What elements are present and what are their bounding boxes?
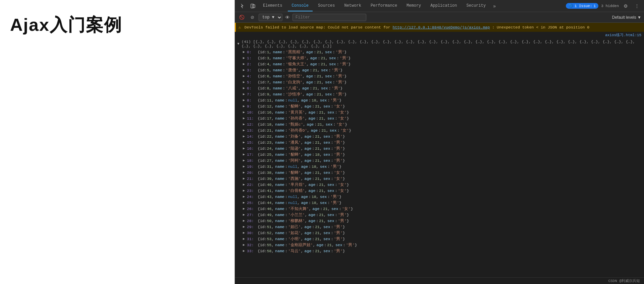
warning-url[interactable]: http://127.0.0.1:8848/vueDemo/js/axios.m…	[393, 25, 490, 29]
tab-sources[interactable]: Sources	[314, 1, 339, 11]
table-row[interactable]: ▶ 16: {id: 24, name: '陆逊', age: 21, sex:…	[235, 145, 644, 151]
context-selector[interactable]: top ▼	[259, 14, 282, 21]
left-panel: Ajax入门案例	[0, 0, 235, 284]
row-index: 15:	[247, 140, 256, 145]
devtools-panel: Elements Console Sources Network Perform…	[235, 0, 644, 284]
row-expand-arrow: ▶	[243, 140, 245, 144]
row-expand-arrow: ▶	[243, 116, 245, 120]
issues-badge[interactable]: 🔵 1 Issue: 1	[566, 3, 598, 9]
table-row[interactable]: ▶ 18: {id: 27, name: '阿柯', age: 21, sex:…	[235, 157, 644, 163]
row-index: 6:	[247, 86, 256, 90]
tab-application[interactable]: Application	[426, 1, 461, 11]
row-expand-arrow: ▶	[243, 104, 245, 108]
table-row[interactable]: ▶ 14: {id: 22, name: '刘备', age: 21, sex:…	[235, 133, 644, 139]
warning-text1: DevTools failed to load source map: Coul…	[245, 25, 393, 29]
row-index: 28:	[247, 219, 256, 223]
console-output[interactable]: ▶ (41) [{…}, {…}, {…}, {…}, {…}, {…}, {……	[235, 38, 644, 277]
table-row[interactable]: ▶ 5: {id: 7, name: '白龙驹', age: 21, sex: …	[235, 79, 644, 85]
row-expand-arrow: ▶	[243, 152, 245, 156]
table-row[interactable]: ▶ 13: {id: 21, name: '孙尚香D', age: 21, se…	[235, 127, 644, 133]
array-summary-text: (41) [{…}, {…}, {…}, {…}, {…}, {…}, {…},…	[241, 40, 641, 48]
table-row[interactable]: ▶ 30: {id: 52, name: '如花', age: 21, sex:…	[235, 230, 644, 236]
table-row[interactable]: ▶ 23: {id: 41, name: '白骨精', age: 21, sex…	[235, 188, 644, 194]
table-row[interactable]: ▶ 17: {id: 25, name: '貂蝉', age: 18, sex:…	[235, 151, 644, 157]
inspect-icon[interactable]	[237, 2, 247, 10]
table-row[interactable]: ▶ 21: {id: 39, name: '西施', age: 21, sex:…	[235, 175, 644, 182]
row-expand-arrow: ▶	[243, 195, 245, 199]
table-row[interactable]: ▶ 24: {id: 43, name: null, age: 18, sex:…	[235, 194, 644, 200]
settings-icon[interactable]: ⚙	[622, 2, 630, 10]
tab-network[interactable]: Network	[340, 1, 365, 11]
more-tabs-button[interactable]: »	[491, 2, 498, 10]
row-index: 5:	[247, 80, 256, 84]
row-expand-arrow: ▶	[243, 201, 245, 205]
row-expand-arrow: ▶	[243, 231, 245, 235]
tab-performance[interactable]: Performance	[367, 1, 401, 11]
table-row[interactable]: ▶ 8: {id: 11, name: null, age: 18, sex: …	[235, 97, 644, 103]
row-index: 31:	[247, 237, 256, 241]
table-row[interactable]: ▶ 32: {id: 55, name: '金刚葫芦娃', age: 21, s…	[235, 242, 644, 248]
table-row[interactable]: ▶ 6: {id: 8, name: '八戒', age: 21, sex: '…	[235, 85, 644, 91]
console-ban-icon[interactable]: ⊘	[249, 14, 256, 20]
row-index: 32:	[247, 243, 256, 247]
table-row[interactable]: ▶ 1: {id: 3, name: '守蕃大师', age: 21, sex:…	[235, 55, 644, 61]
table-row[interactable]: ▶ 25: {id: 44, name: null, age: 18, sex:…	[235, 200, 644, 206]
table-row[interactable]: ▶ 19: {id: 31, name: null, age: 18, sex:…	[235, 163, 644, 169]
table-row[interactable]: ▶ 4: {id: 6, name: '孙悟空', age: 21, sex: …	[235, 73, 644, 79]
filter-input[interactable]	[292, 14, 366, 21]
row-expand-arrow: ▶	[243, 158, 245, 162]
row-expand-arrow: ▶	[243, 237, 245, 241]
table-row[interactable]: ▶ 27: {id: 49, name: '小兰兰', age: 21, sex…	[235, 212, 644, 218]
table-row[interactable]: ▶ 7: {id: 9, name: '沙悟净', age: 21, sex: …	[235, 91, 644, 97]
table-row[interactable]: ▶ 11: {id: 17, name: '孙尚香', age: 21, sex…	[235, 115, 644, 121]
row-index: 17:	[247, 152, 256, 157]
table-row[interactable]: ▶ 28: {id: 50, name: '柳鹏林', age: 21, sex…	[235, 218, 644, 224]
row-expand-arrow: ▶	[243, 170, 245, 174]
tab-memory[interactable]: Memory	[402, 1, 425, 11]
table-row[interactable]: ▶ 33: {id: 58, name: '马云', age: 21, sex:…	[235, 248, 644, 254]
source-link[interactable]: axios练习.html:15	[235, 32, 644, 38]
issues-label: 1 Issue:	[575, 4, 592, 8]
table-row[interactable]: ▶ 12: {id: 18, name: '甄姬c', age: 21, sex…	[235, 121, 644, 127]
row-index: 11:	[247, 116, 256, 121]
row-expand-arrow: ▶	[243, 164, 245, 168]
tab-console[interactable]: Console	[288, 1, 313, 11]
table-row[interactable]: ▶ 29: {id: 51, name: '妲己', age: 21, sex:…	[235, 224, 644, 230]
row-index: 8:	[247, 98, 256, 102]
row-index: 22:	[247, 183, 256, 187]
tab-security[interactable]: Security	[463, 1, 490, 11]
row-index: 0:	[247, 50, 256, 54]
row-index: 29:	[247, 225, 256, 229]
array-summary-row[interactable]: ▶ (41) [{…}, {…}, {…}, {…}, {…}, {…}, {……	[235, 39, 644, 49]
row-expand-arrow: ▶	[243, 243, 245, 247]
row-index: 30:	[247, 231, 256, 235]
row-expand-arrow: ▶	[243, 134, 245, 138]
warning-icon: ⚠	[238, 25, 241, 29]
default-levels-button[interactable]: Default levels ▼	[612, 15, 641, 20]
row-expand-arrow: ▶	[243, 225, 245, 229]
table-row[interactable]: ▶ 20: {id: 38, name: '貂蝉', age: 21, sex:…	[235, 169, 644, 175]
table-row[interactable]: ▶ 26: {id: 46, name: '不知火舞', age: 21, se…	[235, 206, 644, 212]
table-row[interactable]: ▶ 31: {id: 53, name: '小明', age: 21, sex:…	[235, 236, 644, 242]
row-expand-arrow: ▶	[243, 176, 245, 181]
row-expand-arrow: ▶	[243, 68, 245, 72]
device-icon[interactable]	[248, 2, 258, 10]
more-options-icon[interactable]: ⋮	[633, 2, 641, 10]
row-index: 23:	[247, 189, 256, 193]
row-index: 18:	[247, 158, 256, 163]
row-index: 27:	[247, 213, 256, 217]
tab-elements[interactable]: Elements	[259, 1, 286, 11]
row-index: 2:	[247, 62, 256, 66]
row-index: 7:	[247, 92, 256, 96]
row-expand-arrow: ▶	[243, 249, 245, 253]
eye-icon[interactable]: 👁	[285, 15, 290, 20]
table-row[interactable]: ▶ 0: {id: 1, name: '黑熊精', age: 21, sex: …	[235, 49, 644, 55]
table-row[interactable]: ▶ 15: {id: 23, name: '潘凤', age: 21, sex:…	[235, 139, 644, 145]
table-row[interactable]: ▶ 9: {id: 12, name: '貂蝉', age: 21, sex: …	[235, 103, 644, 109]
table-row[interactable]: ▶ 2: {id: 4, name: '银角大王', age: 21, sex:…	[235, 61, 644, 67]
table-row[interactable]: ▶ 3: {id: 5, name: '唐僧', age: 21, sex: '…	[235, 67, 644, 73]
watermark: CSDN @利威尔兵短	[235, 277, 644, 284]
table-row[interactable]: ▶ 10: {id: 16, name: '黄月英', age: 21, sex…	[235, 109, 644, 115]
console-clear-icon[interactable]: 🚫	[237, 14, 246, 20]
table-row[interactable]: ▶ 22: {id: 40, name: '芈月煌', age: 21, sex…	[235, 182, 644, 188]
